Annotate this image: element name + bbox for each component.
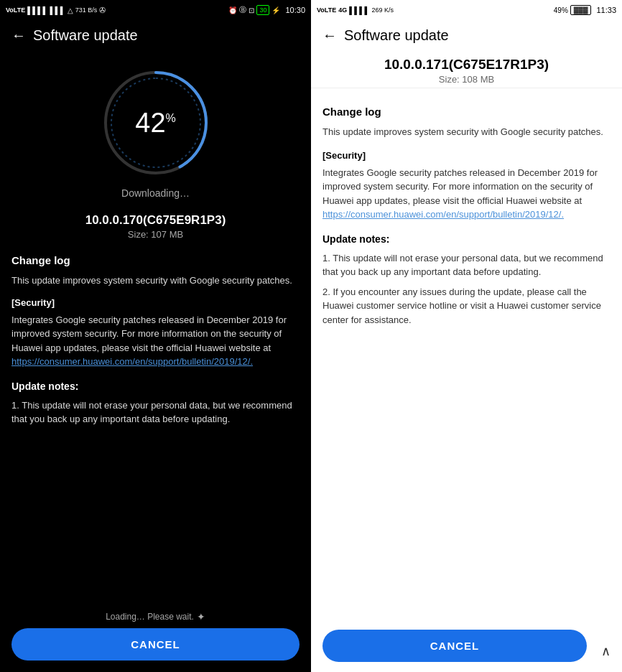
right-changelog-body: This update improves system security wit… [322, 125, 611, 139]
chevron-up-icon[interactable]: ∧ [601, 643, 611, 659]
left-version-section: 10.0.0.170(C675E9R1P3) Size: 107 MB [0, 206, 311, 244]
left-downloading-label: Downloading… [121, 187, 190, 199]
left-progress-container: 42% Downloading… [0, 51, 311, 206]
left-back-button[interactable]: ← [11, 27, 26, 44]
left-changelog-title: Change log [11, 253, 300, 269]
right-update-note-2: 2. If you encounter any issues during th… [322, 285, 611, 327]
right-changelog-title: Change log [322, 104, 611, 121]
left-header: ← Software update [0, 20, 311, 51]
right-battery-icon: ▓▓▓ [570, 5, 592, 15]
right-version-section: 10.0.0.171(C675E17R1P3) Size: 108 MB [311, 51, 622, 88]
left-scroll-content[interactable]: Change log This update improves system s… [0, 244, 311, 605]
left-loading-text: Loading… Please wait. ✦ [106, 611, 205, 622]
left-version-number: 10.0.0.170(C675E9R1P3) [11, 213, 300, 228]
left-carrier: VoLTE [6, 6, 25, 14]
right-status-right: 49% ▓▓▓ 11:33 [554, 5, 616, 15]
left-wifi-icon: △ [68, 6, 73, 14]
left-footer: Loading… Please wait. ✦ CANCEL [0, 605, 311, 672]
right-security-title: [Security] [322, 149, 611, 163]
right-version-size: Size: 108 MB [322, 74, 611, 85]
left-status-right: ⏰ Ⓑ ⊡ 30 ⚡ 10:30 [228, 5, 305, 15]
right-signal-icon: ▌▌▌▌ [349, 6, 369, 14]
right-update-notes-title: Update notes: [322, 232, 611, 247]
right-version-number: 10.0.0.171(C675E17R1P3) [322, 57, 611, 73]
left-changelog-body: This update improves system security wit… [11, 274, 300, 288]
right-carrier: VoLTE [317, 6, 336, 14]
left-update-note-1: 1. This update will not erase your perso… [11, 398, 300, 426]
right-time: 11:33 [596, 6, 616, 14]
right-speed: 269 K/s [372, 6, 394, 14]
right-security-body: Integrates Google security patches relea… [322, 166, 611, 222]
left-security-link[interactable]: https://consumer.huawei.com/en/support/b… [11, 356, 253, 367]
right-scroll-content[interactable]: Change log This update improves system s… [311, 88, 622, 624]
right-panel: VoLTE 4G ▌▌▌▌ 269 K/s 49% ▓▓▓ 11:33 ← So… [311, 0, 622, 672]
left-speed: 731 B/s [75, 6, 98, 14]
left-bolt-icon: ⚡ [271, 6, 280, 14]
left-panel: VoLTE ▌▌▌▌ ▌▌▌ △ 731 B/s ✇ ⏰ Ⓑ ⊡ 30 ⚡ 10… [0, 0, 311, 672]
left-loading-icon: ✦ [197, 611, 205, 622]
right-battery-percent: 49% [554, 6, 568, 14]
left-battery-icon: 30 [256, 5, 269, 15]
left-circle-wrapper: 42% [98, 65, 213, 180]
right-header: ← Software update [311, 20, 622, 51]
right-footer: CANCEL ∧ [311, 624, 622, 672]
right-4g-icon: 4G [338, 6, 347, 14]
right-status-left: VoLTE 4G ▌▌▌▌ 269 K/s [317, 6, 394, 14]
left-time: 10:30 [285, 6, 305, 14]
right-back-button[interactable]: ← [322, 27, 337, 44]
left-alarm-icon: ⏰ [228, 6, 237, 14]
right-status-bar: VoLTE 4G ▌▌▌▌ 269 K/s 49% ▓▓▓ 11:33 [311, 0, 622, 20]
left-signal2-icon: ▌▌▌ [50, 6, 65, 14]
left-security-title: [Security] [11, 296, 300, 310]
left-cast-icon: ⊡ [249, 6, 254, 14]
left-bt-icon: Ⓑ [239, 5, 246, 15]
left-security-body: Integrates Google security patches relea… [11, 313, 300, 369]
left-status-left: VoLTE ▌▌▌▌ ▌▌▌ △ 731 B/s ✇ [6, 6, 106, 15]
left-signal-icon: ▌▌▌▌ [27, 6, 47, 14]
right-page-title: Software update [344, 27, 449, 44]
right-security-link[interactable]: https://consumer.huawei.com/en/support/b… [322, 209, 564, 220]
left-bluetooth-icon: ✇ [99, 6, 106, 15]
left-update-notes-title: Update notes: [11, 379, 300, 394]
right-cancel-button[interactable]: CANCEL [322, 630, 587, 662]
left-version-size: Size: 107 MB [11, 229, 300, 240]
left-cancel-button[interactable]: CANCEL [11, 628, 300, 661]
left-page-title: Software update [33, 27, 138, 44]
left-status-bar: VoLTE ▌▌▌▌ ▌▌▌ △ 731 B/s ✇ ⏰ Ⓑ ⊡ 30 ⚡ 10… [0, 0, 311, 20]
left-progress-text: 42% [135, 108, 176, 139]
right-update-note-1: 1. This update will not erase your perso… [322, 251, 611, 279]
